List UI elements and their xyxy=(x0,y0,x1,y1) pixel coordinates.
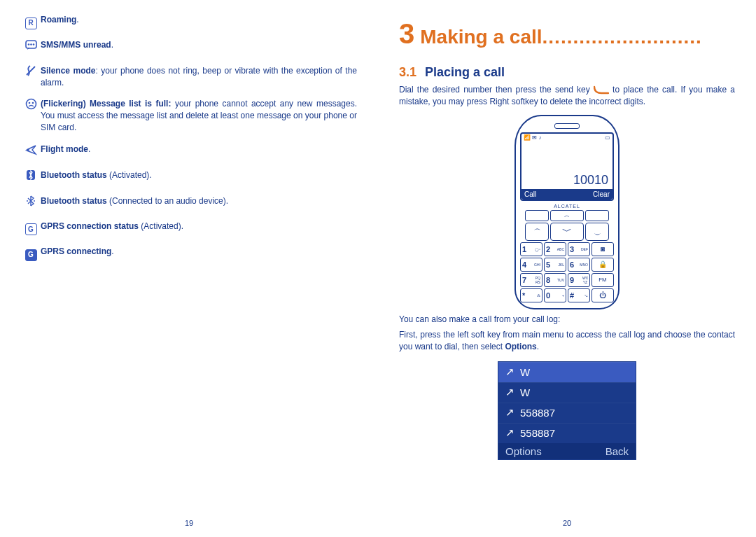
dialed-number: 10010 xyxy=(573,173,608,188)
roaming-icon: R xyxy=(21,14,41,29)
page-number-left: 19 xyxy=(185,519,193,527)
item-label: Roaming xyxy=(41,15,76,25)
phone-illustration: 📶 ✉ ♪▭ 10010 Call Clear ALCATEL ︿ ⏜ xyxy=(514,115,620,309)
item-rest: (Connected to an audio device). xyxy=(107,196,228,206)
item-label: GPRS connecting xyxy=(41,246,111,256)
softkey-clear: Clear xyxy=(593,190,610,198)
call-log-panel: ↗W ↗W ↗558887 ↗558887 Options Back xyxy=(498,361,636,460)
phone-status-bar: 📶 ✉ ♪▭ xyxy=(522,134,612,145)
page-number-right: 20 xyxy=(563,519,571,527)
nav-up-left xyxy=(525,210,549,221)
phone-screen: 📶 ✉ ♪▭ 10010 Call Clear xyxy=(520,132,614,201)
phone-brand: ALCATEL xyxy=(520,204,614,209)
item-rest: . xyxy=(76,15,78,25)
outgoing-call-icon: ↗ xyxy=(505,365,514,378)
svg-point-1 xyxy=(27,44,29,46)
bluetooth-icon xyxy=(21,169,41,185)
chapter-number: 3 xyxy=(399,18,414,50)
gprs-connecting-icon: G xyxy=(21,246,41,261)
lock-key: 🔒 xyxy=(592,258,614,272)
svg-point-3 xyxy=(32,44,34,46)
message-full-icon xyxy=(21,98,41,114)
fm-key: FM xyxy=(592,273,614,287)
calllog-back: Back xyxy=(606,445,629,457)
softkey-call: Call xyxy=(524,190,536,198)
item-label: Bluetooth status xyxy=(41,196,107,206)
item-rest: (Activated). xyxy=(139,221,183,231)
paragraph-2: You can also make a call from your call … xyxy=(399,314,735,326)
status-icons-list: R Roaming. SMS/MMS unread. Silence mode:… xyxy=(21,14,357,262)
item-rest: (Activated). xyxy=(107,170,152,180)
svg-point-10 xyxy=(34,200,35,202)
svg-point-2 xyxy=(30,44,32,46)
nav-up-right xyxy=(585,210,609,221)
svg-point-5 xyxy=(26,99,36,109)
item-label: Flight mode xyxy=(41,144,88,154)
calllog-options: Options xyxy=(505,445,542,457)
phone-speaker xyxy=(554,123,580,129)
call-log-row: ↗558887 xyxy=(498,403,636,423)
outgoing-call-icon: ↗ xyxy=(505,406,514,419)
page-right: 3 Making a call ........................… xyxy=(378,0,756,537)
camera-key: ◙ xyxy=(592,242,614,256)
call-key: ⏜ xyxy=(525,223,549,241)
flight-mode-icon xyxy=(21,144,41,160)
sms-unread-icon xyxy=(21,39,41,55)
call-log-row: ↗W xyxy=(498,362,636,382)
section-title: 3.1Placing a call xyxy=(399,65,735,80)
page-left: R Roaming. SMS/MMS unread. Silence mode:… xyxy=(0,0,378,537)
item-rest: . xyxy=(88,144,90,154)
item-rest: . xyxy=(111,40,113,50)
paragraph-1: Dial the desired number then press the s… xyxy=(399,84,735,108)
section-text: Placing a call xyxy=(425,65,505,79)
svg-point-6 xyxy=(28,102,30,104)
nav-up: ︿ xyxy=(550,210,584,221)
silence-mode-icon xyxy=(21,65,41,81)
bluetooth-audio-icon xyxy=(21,195,41,211)
chapter-text: Making a call xyxy=(420,26,542,48)
chapter-dots: .......................... xyxy=(542,26,702,48)
call-log-row: ↗W xyxy=(498,382,636,403)
call-log-row: ↗558887 xyxy=(498,423,636,443)
gprs-activated-icon: G xyxy=(21,221,41,236)
item-label: SMS/MMS unread xyxy=(41,40,111,50)
end-key: ⏝ xyxy=(585,223,609,241)
svg-point-7 xyxy=(31,102,34,104)
item-label: Silence mode xyxy=(41,66,95,76)
paragraph-3: First, press the left soft key from main… xyxy=(399,329,735,353)
outgoing-call-icon: ↗ xyxy=(505,426,514,439)
item-label: Bluetooth status xyxy=(41,170,107,180)
power-key: ⏻ xyxy=(592,288,614,302)
item-rest: . xyxy=(111,246,113,256)
item-label: (Flickering) Message list is full: xyxy=(41,99,171,109)
item-label: GPRS connection status xyxy=(41,221,139,231)
outgoing-call-icon: ↗ xyxy=(505,386,514,398)
send-key-icon xyxy=(594,85,609,95)
ok-key: ﹀ xyxy=(550,223,584,241)
keypad: 1◯▫ 2ABC 3DEF ◙ 4GHI 5JKL 6MNO 🔒 7PQRS 8… xyxy=(520,242,614,302)
svg-point-9 xyxy=(27,200,28,202)
chapter-title: 3 Making a call ........................… xyxy=(399,18,735,50)
section-number: 3.1 xyxy=(399,65,416,79)
